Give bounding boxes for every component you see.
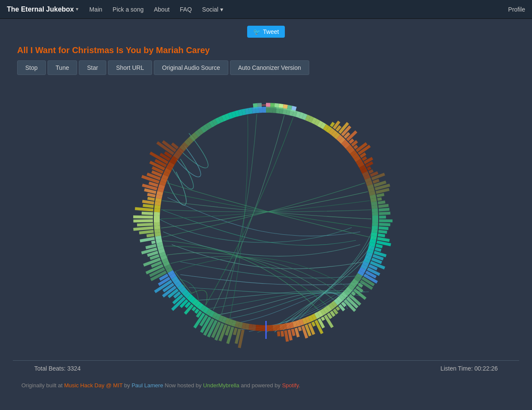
svg-line-72: [299, 327, 301, 331]
svg-line-60: [337, 307, 339, 310]
svg-line-33: [379, 224, 390, 224]
svg-line-125: [135, 209, 153, 210]
nav-pick-a-song[interactable]: Pick a song: [108, 3, 148, 15]
svg-line-14: [362, 157, 366, 160]
svg-line-74: [293, 329, 294, 336]
svg-line-129: [147, 195, 155, 196]
controls-bar: Stop Tune Star Short URL Original Audio …: [0, 59, 532, 82]
svg-line-39: [376, 245, 383, 247]
visualization-area: [0, 82, 532, 360]
svg-line-30: [379, 213, 391, 213]
total-beats: Total Beats: 3324: [34, 365, 81, 372]
nav-about[interactable]: About: [149, 3, 174, 15]
footer: Originally built at Music Hack Day @ MIT…: [0, 376, 532, 395]
svg-line-36: [378, 235, 385, 236]
svg-line-37: [377, 238, 389, 240]
svg-line-18: [369, 171, 373, 172]
svg-line-120: [133, 228, 153, 230]
svg-line-124: [142, 213, 153, 213]
svg-line-40: [375, 249, 381, 251]
footer-by: by: [123, 382, 132, 389]
nav-social[interactable]: Social ▾: [198, 3, 227, 15]
footer-period: .: [299, 382, 300, 389]
nav-links: Main Pick a song About FAQ Social ▾: [85, 3, 227, 15]
jukebox-svg: [133, 86, 399, 352]
tweet-section: 🐦 Tweet: [0, 19, 532, 41]
svg-line-126: [143, 205, 154, 206]
svg-line-127: [142, 201, 154, 203]
svg-line-17: [368, 168, 371, 169]
svg-line-68: [313, 322, 314, 326]
svg-line-116: [152, 242, 155, 243]
auto-canonizer-button[interactable]: Auto Canonizer Version: [230, 60, 309, 75]
navbar: The Eternal Jukebox ▾ Main Pick a song A…: [0, 0, 532, 19]
tweet-button[interactable]: 🐦 Tweet: [247, 26, 285, 38]
short-url-button[interactable]: Short URL: [108, 60, 152, 75]
svg-line-78: [278, 331, 279, 336]
svg-line-77: [282, 331, 283, 336]
svg-line-94: [193, 307, 195, 311]
brand-title: The Eternal Jukebox: [7, 6, 74, 13]
svg-line-29: [379, 209, 389, 210]
original-audio-button[interactable]: Original Audio Source: [154, 60, 228, 75]
footer-powered-by: and powered by: [239, 382, 282, 389]
brand-caret: ▾: [76, 6, 78, 12]
tune-button[interactable]: Tune: [48, 60, 77, 75]
social-caret-icon: ▾: [220, 6, 223, 13]
svg-line-76: [285, 330, 287, 341]
twitter-icon: 🐦: [253, 28, 260, 35]
svg-line-65: [322, 317, 324, 320]
svg-line-27: [378, 202, 385, 203]
nav-faq[interactable]: FAQ: [176, 3, 196, 15]
music-hack-day-link[interactable]: Music Hack Day @ MIT: [64, 382, 123, 389]
tweet-label: Tweet: [263, 28, 279, 35]
star-button[interactable]: Star: [79, 60, 106, 75]
svg-line-123: [133, 217, 153, 217]
svg-line-21: [373, 180, 379, 183]
under-mybrella-link[interactable]: UnderMybrella: [203, 382, 239, 389]
nav-profile[interactable]: Profile: [508, 6, 525, 13]
song-title: All I Want for Christmas Is You by Maria…: [17, 45, 515, 55]
svg-line-128: [148, 198, 155, 200]
svg-line-81: [234, 328, 236, 335]
svg-line-10: [354, 146, 357, 148]
svg-rect-0: [133, 86, 399, 352]
brand-link[interactable]: The Eternal Jukebox ▾: [7, 6, 78, 13]
svg-line-35: [378, 231, 387, 232]
svg-line-118: [146, 235, 154, 236]
svg-line-26: [377, 199, 382, 200]
svg-line-28: [378, 205, 389, 206]
svg-line-121: [137, 224, 153, 225]
svg-line-54: [352, 292, 355, 295]
svg-line-25: [377, 195, 384, 196]
svg-line-122: [133, 221, 153, 221]
listen-time: Listen Time: 00:22:26: [440, 365, 498, 372]
stats-bar: Total Beats: 3324 Listen Time: 00:22:26: [13, 360, 519, 376]
spotify-link[interactable]: Spotify: [282, 382, 299, 389]
stop-button[interactable]: Stop: [17, 60, 46, 75]
svg-line-119: [139, 231, 154, 233]
footer-prefix: Originally built at: [21, 382, 64, 389]
song-title-section: All I Want for Christmas Is You by Maria…: [0, 41, 532, 59]
svg-line-34: [379, 228, 389, 229]
footer-now-hosted: Now hosted by: [163, 382, 203, 389]
nav-main[interactable]: Main: [85, 3, 107, 15]
paul-lamere-link[interactable]: Paul Lamere: [132, 382, 163, 389]
